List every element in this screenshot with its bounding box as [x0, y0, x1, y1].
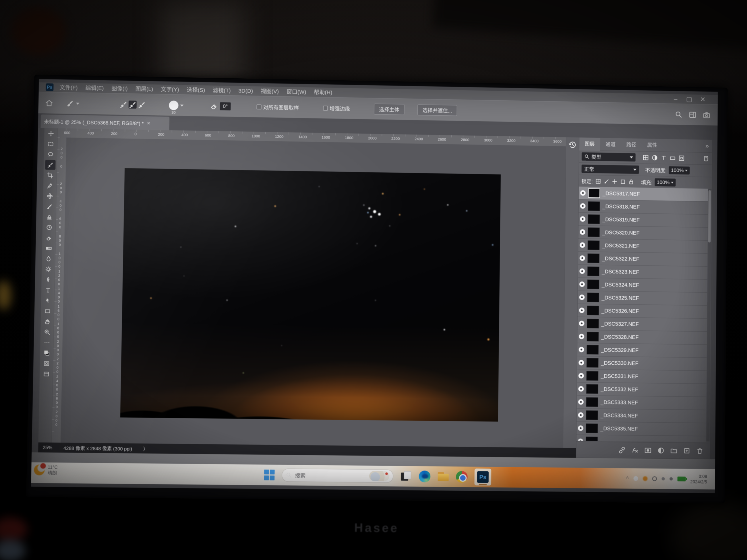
- new-group-icon[interactable]: [670, 447, 678, 454]
- start-button[interactable]: [264, 470, 275, 480]
- tray-volume-icon[interactable]: [669, 477, 673, 481]
- layer-thumbnail[interactable]: [586, 384, 598, 394]
- layer-thumbnail[interactable]: [587, 267, 599, 276]
- home-icon[interactable]: [45, 92, 53, 114]
- tool-eyedropper-icon[interactable]: [45, 181, 55, 191]
- tool-blur-icon[interactable]: [43, 254, 54, 264]
- layer-row[interactable]: _DSC5331.NEF: [577, 369, 707, 384]
- tool-move-icon[interactable]: [46, 129, 56, 138]
- angle-value[interactable]: 0°: [220, 102, 231, 110]
- layer-thumbnail[interactable]: [586, 410, 598, 420]
- layer-visibility-eye-icon[interactable]: [580, 203, 586, 209]
- tool-crop-icon[interactable]: [45, 170, 55, 180]
- taskbar-clock[interactable]: 0:08 2024/2/5: [690, 474, 707, 485]
- lock-all-icon[interactable]: [628, 179, 634, 185]
- tool-type-icon[interactable]: [43, 285, 53, 295]
- layer-row[interactable]: _DSC5323.NEF: [578, 265, 707, 279]
- delete-layer-icon[interactable]: [696, 447, 703, 455]
- filter-adjustment-layers-icon[interactable]: [651, 154, 658, 161]
- layer-visibility-eye-icon[interactable]: [579, 295, 585, 300]
- panel-tab-图层[interactable]: 图层: [579, 137, 600, 151]
- tray-app-icon[interactable]: [643, 476, 647, 481]
- enhance-edge-checkbox[interactable]: 增强边缘: [323, 97, 350, 119]
- layer-visibility-eye-icon[interactable]: [580, 242, 585, 248]
- subtract-selection-icon[interactable]: [138, 101, 146, 109]
- close-button[interactable]: ✕: [696, 95, 710, 104]
- tool-preset-picker[interactable]: [66, 92, 79, 114]
- layer-thumbnail[interactable]: [586, 371, 598, 381]
- edge-browser-icon[interactable]: [419, 471, 431, 482]
- link-layers-icon[interactable]: [618, 446, 626, 454]
- menu-item[interactable]: 编辑(E): [81, 83, 108, 93]
- menu-item[interactable]: 3D(D): [234, 86, 257, 96]
- angle-control[interactable]: 0°: [210, 95, 231, 117]
- menu-item[interactable]: 窗口(W): [283, 87, 310, 97]
- layer-thumbnail[interactable]: [588, 202, 600, 211]
- blend-mode-select[interactable]: 正常: [582, 165, 639, 174]
- layer-row[interactable]: _DSC5322.NEF: [578, 252, 707, 267]
- layer-visibility-eye-icon[interactable]: [579, 268, 585, 274]
- tool-ellipsis-icon[interactable]: [42, 338, 52, 348]
- layer-visibility-eye-icon[interactable]: [578, 360, 584, 365]
- opacity-field[interactable]: 100%: [669, 166, 690, 175]
- new-selection-icon[interactable]: [119, 101, 127, 109]
- layer-thumbnail[interactable]: [587, 345, 599, 354]
- collapse-panels-icon[interactable]: »: [705, 142, 709, 149]
- filter-pixel-layers-icon[interactable]: [642, 154, 649, 161]
- layer-thumbnail[interactable]: [587, 332, 599, 341]
- adjustment-layer-icon[interactable]: [657, 447, 665, 454]
- layer-visibility-eye-icon[interactable]: [580, 229, 585, 235]
- add-to-selection-icon[interactable]: [129, 101, 137, 109]
- task-view-button[interactable]: [400, 470, 412, 482]
- tray-expand-icon[interactable]: ^: [626, 475, 629, 482]
- layer-thumbnail[interactable]: [588, 214, 600, 224]
- layer-row[interactable]: _DSC5318.NEF: [579, 199, 708, 215]
- tray-app-icon[interactable]: [634, 476, 638, 481]
- layer-row[interactable]: _DSC5326.NEF: [577, 304, 707, 319]
- layer-visibility-eye-icon[interactable]: [578, 399, 584, 405]
- search-box[interactable]: 搜索: [282, 469, 393, 483]
- layer-thumbnail[interactable]: [587, 319, 599, 328]
- layer-visibility-eye-icon[interactable]: [580, 216, 586, 222]
- layer-row[interactable]: _DSC5317.NEF: [579, 187, 708, 202]
- tool-rect-marquee-icon[interactable]: [45, 139, 56, 149]
- layer-thumbnail[interactable]: [587, 254, 599, 263]
- tool-eraser-icon[interactable]: [44, 233, 54, 243]
- lock-artboard-icon[interactable]: [620, 179, 626, 185]
- document-tab[interactable]: 未标题-1 @ 25% (_DSC5368.NEF, RGB/8*) * ×: [41, 114, 170, 130]
- taskbar-weather-widget[interactable]: 11°C 晴朗: [34, 464, 58, 476]
- chrome-browser-icon[interactable]: [456, 471, 468, 483]
- layer-row[interactable]: _DSC5321.NEF: [578, 239, 707, 254]
- lock-pixels-icon[interactable]: [603, 178, 610, 185]
- search-icon[interactable]: [675, 111, 682, 119]
- file-explorer-icon[interactable]: [437, 471, 449, 482]
- workspace-switcher-icon[interactable]: [689, 111, 696, 119]
- menu-item[interactable]: 视图(V): [257, 86, 283, 96]
- filter-kind-select[interactable]: 类型: [582, 152, 636, 162]
- lock-position-icon[interactable]: [612, 179, 618, 185]
- menu-item[interactable]: 文件(F): [56, 83, 82, 92]
- tool-lasso-icon[interactable]: [45, 150, 56, 160]
- panel-tab-路径[interactable]: 路径: [621, 138, 642, 152]
- tool-history-brush-icon[interactable]: [44, 222, 54, 233]
- layer-visibility-eye-icon[interactable]: [578, 373, 584, 378]
- filter-toggle-icon[interactable]: [703, 155, 710, 162]
- layer-row[interactable]: _DSC5327.NEF: [577, 317, 707, 332]
- layer-style-icon[interactable]: [631, 447, 639, 454]
- layer-row[interactable]: [576, 435, 706, 442]
- checkbox-icon[interactable]: [323, 106, 328, 110]
- maximize-button[interactable]: ▢: [682, 95, 696, 104]
- filter-smart-objects-icon[interactable]: [678, 155, 685, 162]
- history-panel-icon[interactable]: [568, 140, 577, 149]
- layer-visibility-eye-icon[interactable]: [580, 190, 586, 195]
- layer-row[interactable]: _DSC5324.NEF: [578, 278, 707, 293]
- layer-row[interactable]: _DSC5330.NEF: [577, 356, 707, 371]
- menu-item[interactable]: 帮助(H): [310, 87, 336, 97]
- layer-row[interactable]: _DSC5332.NEF: [577, 382, 706, 397]
- layer-row[interactable]: _DSC5333.NEF: [577, 396, 706, 410]
- tray-settings-icon[interactable]: [652, 476, 657, 481]
- layer-row[interactable]: _DSC5320.NEF: [578, 226, 707, 241]
- menu-item[interactable]: 图像(I): [108, 83, 132, 93]
- layer-thumbnail[interactable]: [588, 228, 600, 237]
- tool-pen-icon[interactable]: [43, 275, 53, 285]
